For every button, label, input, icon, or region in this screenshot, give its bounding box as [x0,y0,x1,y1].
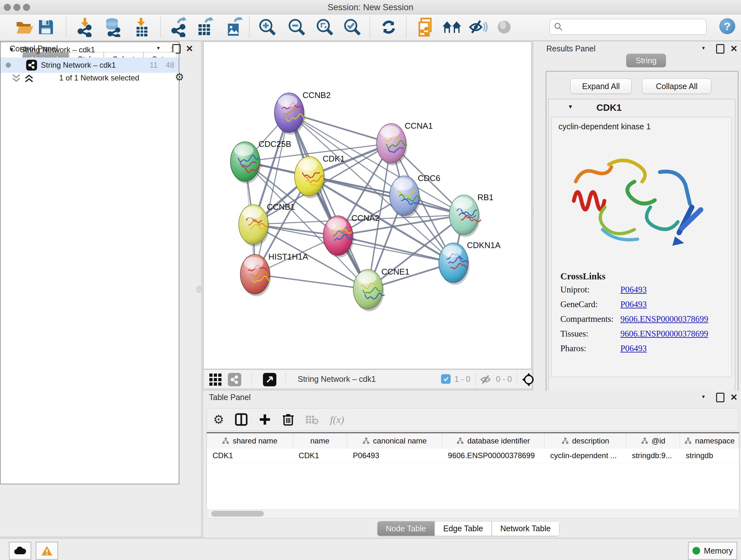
scrollbar-thumb[interactable] [211,511,264,516]
open-session-button[interactable] [14,16,35,38]
crosslink-genecard-link[interactable]: P06493 [620,300,647,309]
zoom-fit-button[interactable] [315,16,335,38]
close-panel-icon[interactable]: ✕ [730,44,738,54]
table-horizontal-scrollbar[interactable] [206,509,739,518]
refresh-icon [380,18,398,36]
crosslink-row: GeneCard: P06493 [551,300,731,314]
crosslink-uniprot-link[interactable]: P06493 [620,285,647,295]
toolbar-separator [406,17,407,37]
column-header--id[interactable]: @id [626,433,680,449]
cloud-status-button[interactable] [9,542,31,560]
table-cell[interactable]: cyclin-dependent ... [544,449,626,462]
table-cell[interactable]: stringdb [680,449,739,462]
toolbar-separator [160,17,161,37]
table-cell[interactable]: stringdb:9... [626,449,680,462]
column-header-shared-name[interactable]: shared name [207,433,293,449]
section-collapse-icon[interactable]: ▼ [568,104,573,110]
import-network-file-button[interactable] [75,16,95,38]
node-table[interactable]: shared namenamecanonical namedatabase id… [206,432,739,510]
table-cell[interactable]: CDK1 [293,449,347,462]
network-node-CDC6[interactable]: CDC6 [390,173,441,218]
network-view-canvas[interactable]: CCNB2CCNA1CDC25BCDK1CDC6RB1CCNB1CCNA2CDK… [203,42,532,369]
column-header-canonical-name[interactable]: canonical name [347,433,442,449]
crosslink-compartments-link[interactable]: 9606.ENSP00000378699 [620,314,708,324]
tab-string[interactable]: String [626,54,666,67]
hide-graphics-button[interactable] [468,16,488,38]
panel-menu-icon[interactable]: ▾ [702,45,705,51]
column-header-description[interactable]: description [544,433,626,449]
column-header-name[interactable]: name [293,433,347,449]
open-in-window-icon[interactable] [263,373,276,386]
close-panel-icon[interactable]: ✕ [186,44,193,54]
crosslink-pharos-link[interactable]: P06493 [620,344,647,354]
network-node-CDC25B[interactable]: CDC25B [230,139,291,184]
close-panel-icon[interactable]: ✕ [730,392,738,402]
tab-node-table[interactable]: Node Table [377,521,434,536]
column-header-database-identifier[interactable]: database identifier [442,433,545,449]
network-node-CCNB1[interactable]: CCNB1 [239,202,295,246]
tab-network-table[interactable]: Network Table [492,521,559,536]
node-label: RB1 [477,192,494,202]
network-edge[interactable] [255,274,368,289]
open-clipboard-button[interactable] [415,16,436,38]
network-node-RB1[interactable]: RB1 [449,192,494,237]
toolbar-separator [517,372,517,386]
column-header-namespace[interactable]: namespace [680,433,739,449]
birdseye-grid-icon[interactable] [209,374,222,386]
warning-icon [41,545,53,556]
export-table-button[interactable] [195,16,215,38]
network-node-CCNB2[interactable]: CCNB2 [274,90,331,135]
delete-table-icon[interactable] [305,414,319,425]
zoom-in-button[interactable] [257,16,278,38]
network-node-HIST1H1A[interactable]: HIST1H1A [240,252,308,296]
collection-expand-icon[interactable]: ▼ [9,47,14,53]
table-row[interactable]: CDK1CDK1P064939606.ENSP00000378699cyclin… [207,449,739,463]
export-network-button[interactable] [169,16,189,38]
warnings-button[interactable] [36,542,58,560]
zoom-out-button[interactable] [286,16,307,38]
add-column-icon[interactable] [259,413,271,426]
search-input[interactable] [566,22,706,32]
show-columns-icon[interactable] [235,413,248,426]
search-field[interactable] [549,19,706,35]
save-session-button[interactable] [36,16,56,38]
table-cell[interactable]: P06493 [347,449,442,462]
expand-all-button[interactable]: Expand All [570,78,631,94]
network-edge[interactable] [255,113,289,274]
float-panel-icon[interactable] [716,44,724,54]
float-panel-icon[interactable] [716,393,724,402]
delete-column-trash-icon[interactable] [282,413,294,426]
string-network-graph[interactable]: CCNB2CCNA1CDC25BCDK1CDC6RB1CCNB1CCNA2CDK… [204,42,531,369]
node-label: CCNB1 [267,202,295,212]
import-network-database-button[interactable] [103,16,123,38]
tab-edge-table[interactable]: Edge Table [434,521,492,536]
panel-menu-icon[interactable]: ▾ [702,393,705,400]
help-button[interactable]: ? [719,18,735,34]
refresh-button[interactable] [379,16,399,38]
function-builder-icon[interactable]: f(x) [330,414,344,426]
network-edge[interactable] [289,113,368,289]
network-node-CDKN1A[interactable]: CDKN1A [439,240,501,285]
selected-checkbox-icon[interactable] [441,374,451,384]
zoom-selected-button[interactable] [342,16,362,38]
show-graphics-button[interactable] [494,16,515,38]
network-node-count: 11 [150,61,158,70]
network-node-CDK1[interactable]: CDK1 [294,154,345,198]
crosslink-tissues-link[interactable]: 9606.ENSP00000378699 [620,329,708,339]
hidden-eye-slash-icon[interactable] [480,374,493,385]
collapse-all-button[interactable]: Collapse All [642,78,711,94]
network-row[interactable]: String Network – cdk1 11 48 [1,57,179,73]
table-cell[interactable]: 9606.ENSP00000378699 [442,449,545,462]
network-collection-row[interactable]: ▼ String Network – cdk1 1 [1,42,179,57]
export-image-button[interactable] [224,16,245,38]
column-header-label: name [310,436,329,445]
table-cell[interactable]: CDK1 [207,449,293,462]
vertical-splitter-handle[interactable] [196,286,201,293]
memory-button[interactable]: Memory [688,542,737,560]
network-node-CCNA1[interactable]: CCNA1 [377,121,433,165]
import-table-button[interactable] [131,16,152,38]
network-node-CCNE1[interactable]: CCNE1 [353,267,409,311]
string-badge-icon[interactable] [228,373,241,386]
table-options-gear-icon[interactable]: ⚙ [213,413,224,427]
string-home-button[interactable] [442,16,462,38]
